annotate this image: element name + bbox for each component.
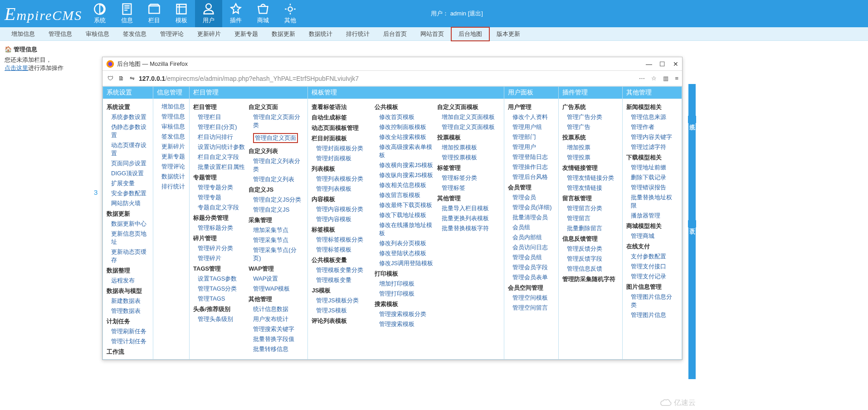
map-link[interactable]: 批量替换字段值: [253, 335, 304, 343]
map-link[interactable]: 远程发布: [111, 277, 149, 285]
map-link[interactable]: 管理后台风格: [512, 173, 555, 181]
right-tag-download[interactable]: 下载: [688, 220, 696, 227]
map-link[interactable]: 管理会员组: [512, 253, 555, 262]
map-link[interactable]: 增加打印模板: [379, 280, 437, 288]
map-link[interactable]: 管理会员字段: [512, 263, 555, 272]
subnav-item[interactable]: 后台地图: [451, 27, 490, 41]
map-link[interactable]: 管理广告: [567, 123, 619, 131]
map-link[interactable]: 新建数据表: [111, 297, 149, 305]
map-link[interactable]: 管理图片信息: [631, 311, 678, 319]
map-link[interactable]: 管理标签模板: [316, 246, 374, 254]
subnav-item[interactable]: 网站首页: [414, 28, 451, 40]
map-link[interactable]: 管理作者: [631, 123, 678, 131]
map-link[interactable]: 管理部门: [512, 133, 555, 141]
subnav-item[interactable]: 后台首页: [376, 28, 414, 40]
map-link[interactable]: 会员内部组: [512, 233, 555, 242]
map-link[interactable]: 管理反馈字段: [567, 255, 619, 263]
map-link[interactable]: 管理搜索模板分类: [379, 310, 437, 318]
subnav-item[interactable]: 数据更新: [265, 28, 302, 40]
map-link[interactable]: 管理TAGS分类: [198, 285, 249, 293]
map-link[interactable]: 批量替换模板字符: [442, 224, 500, 232]
subnav-item[interactable]: 管理信息: [42, 28, 79, 40]
map-link[interactable]: 批量更换列表模板: [442, 214, 500, 222]
map-link[interactable]: 管理支付记录: [631, 272, 678, 281]
subnav-item[interactable]: 数据统计: [302, 28, 339, 40]
map-link[interactable]: 管理留言: [567, 214, 619, 222]
subnav-item[interactable]: 排行统计: [339, 28, 376, 40]
map-link[interactable]: 伪静态参数设置: [111, 123, 149, 139]
map-link[interactable]: 管理标签分类: [442, 174, 500, 182]
map-link[interactable]: 管理商城: [631, 232, 678, 240]
map-link[interactable]: 修改列表分页模板: [379, 239, 437, 247]
map-link[interactable]: 增加自定义页面模板: [442, 113, 500, 121]
map-link[interactable]: 管理标签模板分类: [316, 236, 374, 244]
map-link[interactable]: 排行统计: [161, 183, 185, 191]
map-link[interactable]: 栏目访问排行: [198, 133, 249, 141]
map-link[interactable]: 管理头条级别: [198, 315, 249, 323]
nav-商城[interactable]: 商城: [249, 0, 277, 27]
nav-栏目[interactable]: 栏目: [141, 0, 168, 27]
map-link[interactable]: 管理列表模板分类: [316, 175, 374, 183]
subnav-item[interactable]: 审核信息: [79, 28, 116, 40]
subnav-item[interactable]: 增加信息: [5, 28, 42, 40]
map-link[interactable]: 修改在线播放地址模板: [379, 221, 437, 237]
map-link[interactable]: 更新信息页地址: [111, 230, 149, 246]
map-link[interactable]: 设置访问统计参数: [198, 143, 249, 151]
bookmark-icon[interactable]: ☆: [651, 75, 657, 82]
map-link[interactable]: 管理TAGS: [198, 295, 249, 303]
map-link[interactable]: 批量转移信息: [253, 345, 304, 353]
map-link[interactable]: 管理内容关键字: [631, 133, 678, 141]
add-column-link[interactable]: 点击这里: [5, 64, 28, 71]
map-link[interactable]: 管理反馈分类: [567, 245, 619, 253]
dots-icon[interactable]: ⋯: [639, 75, 645, 82]
map-link[interactable]: WAP设置: [253, 275, 304, 283]
map-link[interactable]: 管理JS模板分类: [316, 296, 374, 305]
map-link[interactable]: 管理标签: [442, 184, 500, 192]
window-close[interactable]: ✕: [673, 60, 678, 68]
map-link[interactable]: 管理投票: [567, 153, 619, 162]
menu-icon[interactable]: ≡: [675, 75, 678, 82]
map-link[interactable]: 审核信息: [161, 123, 185, 131]
map-link[interactable]: 管理评论: [161, 163, 185, 171]
map-link[interactable]: 会员组: [512, 223, 555, 232]
nav-信息[interactable]: 信息: [113, 0, 141, 27]
map-link[interactable]: 修改留言板模板: [379, 191, 437, 199]
map-link[interactable]: 管理用户: [512, 143, 555, 151]
library-icon[interactable]: ▥: [663, 75, 668, 82]
map-link[interactable]: 批量删除留言: [567, 224, 619, 232]
map-link[interactable]: 更新碎片: [161, 143, 185, 151]
map-link[interactable]: 修改横向搜索JS模板: [379, 161, 437, 169]
map-link[interactable]: 会员访问日志: [512, 243, 555, 252]
nav-系统[interactable]: 系统: [86, 0, 113, 27]
map-link[interactable]: 管理计划任务: [111, 337, 149, 346]
map-link[interactable]: 管理支付接口: [631, 262, 678, 271]
map-link[interactable]: 数据统计: [161, 173, 185, 181]
map-link[interactable]: 管理自定义页面模板: [442, 123, 500, 131]
map-link[interactable]: 安全参数配置: [111, 189, 149, 198]
map-link[interactable]: 管理友情链接: [567, 184, 619, 192]
map-link[interactable]: 管理图片信息分类: [631, 293, 678, 309]
map-link[interactable]: 管理采集节点(分页): [253, 246, 304, 262]
map-link[interactable]: 管理信息反馈: [567, 265, 619, 273]
map-link[interactable]: 管理操作日志: [512, 163, 555, 171]
map-link[interactable]: 设置TAGS参数: [198, 275, 249, 283]
nav-其他[interactable]: 其他: [277, 0, 304, 27]
map-link[interactable]: 更新动态页缓存: [111, 248, 149, 264]
map-link[interactable]: 管理搜索模板: [379, 320, 437, 328]
map-link[interactable]: 管理信息: [161, 113, 185, 121]
subnav-item[interactable]: 更新碎片: [190, 28, 228, 40]
map-link[interactable]: 增加采集节点: [253, 226, 304, 234]
map-link[interactable]: 管理地址前缀: [631, 163, 678, 172]
map-link[interactable]: 管理会员(详细): [512, 203, 555, 212]
map-link[interactable]: 用户发布统计: [253, 315, 304, 323]
map-link[interactable]: 管理自定义JS: [253, 206, 304, 214]
map-link[interactable]: 管理登陆日志: [512, 153, 555, 161]
map-link[interactable]: 修改JS调用登陆模板: [379, 259, 437, 267]
map-link[interactable]: 管理会员: [512, 193, 555, 202]
map-link[interactable]: 修改登陆状态模板: [379, 249, 437, 257]
right-tag-system[interactable]: 系统: [688, 116, 696, 123]
window-minimize[interactable]: —: [646, 60, 651, 68]
map-link[interactable]: 修改纵向搜索JS模板: [379, 171, 437, 179]
subnav-item[interactable]: 签发信息: [116, 28, 153, 40]
subnav-item[interactable]: 更新专题: [228, 28, 265, 40]
